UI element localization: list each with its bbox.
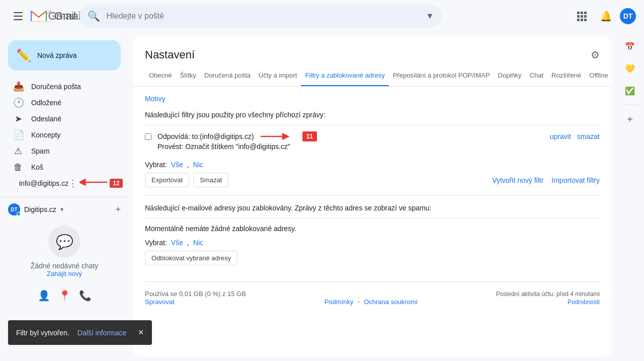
filter-checkbox[interactable] [145, 133, 151, 140]
chat-section: 💬 Žádné nedávné chaty Zahájit nový [0, 218, 129, 285]
sidebar-item-spam-label: Spam [31, 147, 113, 155]
online-dot [17, 212, 21, 216]
search-input[interactable] [106, 12, 420, 21]
tab-accounts[interactable]: Účty a import [255, 65, 301, 87]
details-link[interactable]: Podrobnosti [568, 299, 600, 306]
terms-link[interactable]: Podmínky [325, 298, 354, 306]
sidebar-item-trash[interactable]: 🗑 Koš [0, 159, 121, 175]
calendar-icon[interactable]: 📅 [620, 36, 640, 56]
sidebar-bottom-icons: 👤 📍 📞 [0, 285, 129, 306]
menu-button[interactable] [8, 6, 28, 26]
chat-start-link[interactable]: Zahájit nový [8, 270, 121, 277]
privacy-link[interactable]: Ochrana soukromí [364, 298, 418, 306]
snackbar-close-icon[interactable]: × [138, 327, 144, 338]
arrow-to-badge-11-icon [258, 131, 298, 141]
settings-body: Motivy Následující filtry jsou použity p… [133, 87, 612, 314]
topbar-right: 🔔 DT [572, 6, 636, 26]
settings-header: Nastavení ⚙ [133, 36, 612, 61]
delete-filter-link[interactable]: smazat [577, 132, 600, 140]
tab-inbox[interactable]: Doručená pošta [200, 65, 255, 87]
add-apps-icon[interactable]: + [620, 109, 640, 129]
settings-title: Nastavení [145, 48, 195, 61]
create-filter-link[interactable]: Vytvořit nový filtr [492, 176, 543, 184]
compose-label: Nová zpráva [37, 51, 77, 59]
tab-filters[interactable]: Filtry a zablokované adresy [301, 65, 388, 87]
svg-rect-10 [581, 19, 583, 21]
blocked-select-all[interactable]: Vše [171, 239, 183, 247]
tab-forwarding[interactable]: Přeposílání a protokol POP/IMAP [389, 65, 494, 87]
digitips-section[interactable]: DT Digitips.cz ▾ + [0, 201, 129, 218]
sidebar-item-sent-label: Odeslané [31, 115, 113, 123]
filter-details: Odpovídá: to:(info@digitips.cz) 11 Prové… [157, 131, 544, 151]
phone-icon[interactable]: 📞 [79, 290, 92, 302]
svg-rect-6 [577, 15, 580, 18]
sidebar-item-snoozed-label: Odložené [31, 99, 113, 107]
tasks-icon[interactable]: ✅ [620, 81, 640, 101]
sidebar-item-label-info[interactable]: info@digitips.cz ⋮ 12 [0, 175, 125, 191]
unblock-button[interactable]: Odblokovat vybrané adresy [145, 251, 237, 265]
filter-action-text: Provést: Označit štítkem "info@digitips.… [157, 142, 544, 151]
footer-middle: Podmínky - Ochrana soukromí [325, 298, 418, 306]
tab-advanced[interactable]: Rozšířené [547, 65, 585, 87]
digitips-add-icon[interactable]: + [115, 204, 121, 215]
person-icon[interactable]: 👤 [38, 290, 50, 302]
filter-actions-row: Exportovat Smazat Vytvořit nový filtr Im… [145, 173, 600, 187]
snoozed-icon: 🕐 [13, 97, 23, 108]
topbar: Gmail Gmail 🔍 ▼ 🔔 DT [0, 0, 644, 32]
search-dropdown-icon[interactable]: ▼ [426, 12, 434, 21]
sidebar-item-snoozed[interactable]: 🕐 Odložené [0, 95, 121, 111]
keep-icon[interactable]: 💛 [620, 58, 640, 79]
snackbar-action-link[interactable]: Další informace [77, 329, 126, 337]
hamburger-icon [14, 12, 23, 20]
trash-icon: 🗑 [13, 162, 23, 173]
select-comma: , [187, 161, 189, 169]
compose-button[interactable]: ✏️ Nová zpráva [8, 40, 121, 70]
chat-no-recent-text: Žádné nedávné chaty [8, 262, 121, 270]
tab-general[interactable]: Obecné [145, 65, 176, 87]
sidebar-label-text: info@digitips.cz [19, 179, 68, 187]
filter-actions: upravit smazat [550, 132, 600, 140]
svg-rect-7 [581, 15, 583, 18]
label-more-icon[interactable]: ⋮ [68, 178, 77, 189]
right-sidebar-divider [622, 105, 638, 105]
motivy-link[interactable]: Motivy [145, 95, 165, 103]
badge-12: 12 [110, 179, 122, 188]
settings-tabs: Obecné Štítky Doručená pošta Účty a impo… [133, 65, 612, 87]
sidebar-item-drafts-label: Koncepty [31, 131, 113, 139]
select-all-link[interactable]: Vše [171, 161, 183, 169]
blocked-select-none[interactable]: Nic [193, 239, 203, 247]
blocked-select-row: Vybrat: Vše , Nic [145, 239, 600, 247]
settings-gear-icon[interactable]: ⚙ [591, 49, 600, 61]
tab-labels[interactable]: Štítky [176, 65, 201, 87]
filter-rule-row: Odpovídá: to:(info@digitips.cz) 11 [157, 131, 544, 141]
manage-link[interactable]: Spravovat [145, 298, 175, 306]
notifications-icon[interactable]: 🔔 [596, 6, 616, 26]
digitips-chevron: ▾ [60, 206, 63, 213]
svg-rect-9 [577, 19, 580, 21]
sidebar-item-inbox[interactable]: 📥 Doručená pošta [0, 79, 121, 95]
location-icon[interactable]: 📍 [58, 290, 71, 302]
avatar[interactable]: DT [620, 8, 636, 24]
sidebar-item-trash-label: Koš [31, 163, 113, 171]
content-area: Nastavení ⚙ Obecné Štítky Doručená pošta… [133, 36, 612, 357]
select-none-link[interactable]: Nic [193, 161, 203, 169]
search-bar[interactable]: 🔍 ▼ [79, 5, 442, 28]
edit-filter-link[interactable]: upravit [550, 132, 571, 140]
import-filter-link[interactable]: Importovat filtry [551, 176, 600, 184]
compose-plus-icon: ✏️ [16, 48, 31, 62]
snackbar-message: Filtr byl vytvořen. [16, 329, 69, 337]
tab-addons[interactable]: Doplňky [494, 65, 526, 87]
arrow-left-icon [79, 177, 110, 187]
search-icon: 🔍 [88, 10, 100, 22]
delete-button[interactable]: Smazat [193, 173, 228, 187]
apps-icon[interactable] [572, 6, 592, 26]
filter-rule-text: Odpovídá: to:(info@digitips.cz) [157, 132, 254, 140]
export-button[interactable]: Exportovat [145, 173, 189, 187]
sidebar-item-sent[interactable]: ➤ Odeslané [0, 111, 121, 127]
tab-chat[interactable]: Chat [526, 65, 547, 87]
sidebar-item-spam[interactable]: ⚠ Spam [0, 143, 121, 159]
svg-rect-5 [584, 12, 587, 14]
sidebar-item-drafts[interactable]: 📄 Koncepty [0, 127, 121, 143]
svg-rect-11 [584, 19, 587, 21]
tab-offline[interactable]: Offline [585, 65, 612, 87]
